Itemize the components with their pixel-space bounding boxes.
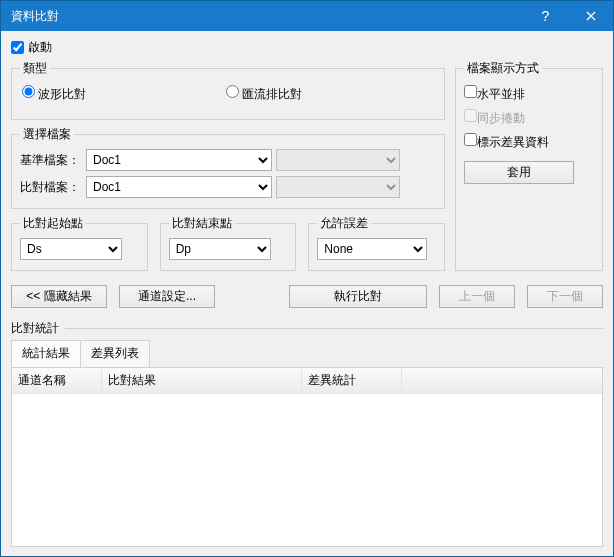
- type-radio-bus[interactable]: 匯流排比對: [226, 85, 302, 103]
- display-group: 檔案顯示方式 水平並排 同步捲動 標示差異資料 套用: [455, 60, 603, 271]
- close-icon: [586, 11, 596, 21]
- hide-results-button[interactable]: << 隱藏結果: [11, 285, 107, 308]
- dialog-body: 啟動 類型 波形比對 匯流排比對 選擇檔案 基準檔案： Doc1: [1, 31, 613, 557]
- enable-checkbox[interactable]: 啟動: [11, 39, 603, 56]
- apply-button[interactable]: 套用: [464, 161, 574, 184]
- tab-stats-result[interactable]: 統計結果: [11, 340, 81, 367]
- run-compare-button[interactable]: 執行比對: [289, 285, 427, 308]
- next-button: 下一個: [527, 285, 603, 308]
- files-group: 選擇檔案 基準檔案： Doc1 比對檔案： Doc1: [11, 126, 445, 209]
- type-radio-waveform[interactable]: 波形比對: [22, 85, 86, 103]
- start-select[interactable]: Ds: [20, 238, 122, 260]
- base-file-label: 基準檔案：: [20, 152, 82, 169]
- table-body: [12, 394, 602, 546]
- channel-settings-button[interactable]: 通道設定...: [119, 285, 215, 308]
- enable-checkbox-input[interactable]: [11, 41, 24, 54]
- type-group: 類型 波形比對 匯流排比對: [11, 60, 445, 120]
- col-channel[interactable]: 通道名稱: [12, 368, 102, 393]
- start-group: 比對起始點 Ds: [11, 215, 148, 271]
- display-legend: 檔案顯示方式: [464, 60, 542, 77]
- help-button[interactable]: ?: [523, 1, 568, 31]
- start-legend: 比對起始點: [20, 215, 86, 232]
- cmp-file-aux-select: [276, 176, 400, 198]
- divider: [65, 328, 603, 329]
- type-legend: 類型: [20, 60, 50, 77]
- cmp-file-select[interactable]: Doc1: [86, 176, 272, 198]
- end-select[interactable]: Dp: [169, 238, 271, 260]
- prev-button: 上一個: [439, 285, 515, 308]
- end-legend: 比對結束點: [169, 215, 235, 232]
- end-group: 比對結束點 Dp: [160, 215, 297, 271]
- col-empty: [402, 368, 602, 393]
- tolerance-select[interactable]: None: [317, 238, 427, 260]
- col-diffstat[interactable]: 差異統計: [302, 368, 402, 393]
- tab-diff-list[interactable]: 差異列表: [80, 340, 150, 367]
- enable-label: 啟動: [28, 39, 52, 56]
- sync-scroll-checkbox: 同步捲動: [464, 109, 594, 127]
- cmp-file-label: 比對檔案：: [20, 179, 82, 196]
- side-by-side-checkbox[interactable]: 水平並排: [464, 85, 594, 103]
- stats-section-label: 比對統計: [11, 320, 59, 337]
- stats-tabs: 統計結果 差異列表: [11, 340, 603, 368]
- tolerance-group: 允許誤差 None: [308, 215, 445, 271]
- tolerance-legend: 允許誤差: [317, 215, 371, 232]
- titlebar: 資料比對 ?: [1, 1, 613, 31]
- close-button[interactable]: [568, 1, 613, 31]
- base-file-select[interactable]: Doc1: [86, 149, 272, 171]
- stats-table: 通道名稱 比對結果 差異統計: [11, 367, 603, 547]
- window-title: 資料比對: [11, 8, 523, 25]
- mark-diff-checkbox[interactable]: 標示差異資料: [464, 133, 594, 151]
- base-file-aux-select: [276, 149, 400, 171]
- dialog-window: 資料比對 ? 啟動 類型 波形比對 匯流排比對 選擇檔案: [0, 0, 614, 557]
- table-header: 通道名稱 比對結果 差異統計: [12, 368, 602, 394]
- files-legend: 選擇檔案: [20, 126, 74, 143]
- col-result[interactable]: 比對結果: [102, 368, 302, 393]
